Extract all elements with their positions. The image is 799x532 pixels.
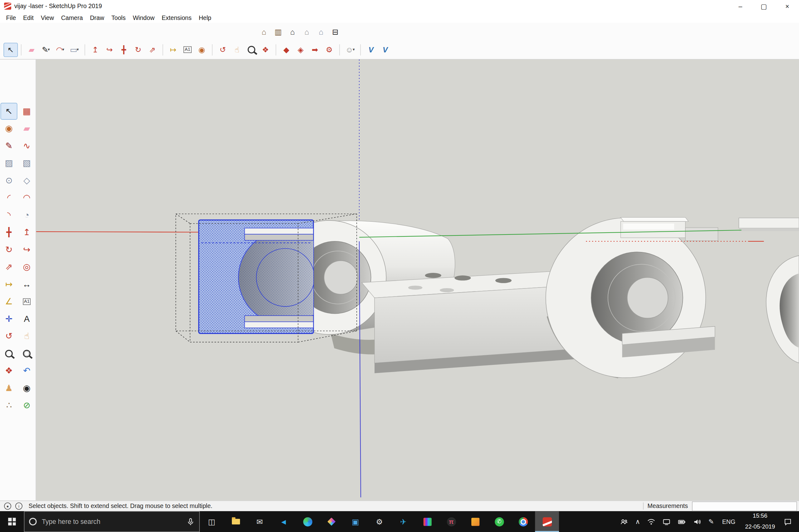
zoom-tool[interactable] [245, 43, 258, 56]
edge-taskbar-button[interactable] [295, 511, 320, 532]
pen-button[interactable]: ✎ [705, 511, 718, 532]
previous-view-tool[interactable]: ↶ [19, 363, 35, 379]
look-around-tool[interactable]: ◉ [19, 380, 35, 396]
menu-tools[interactable]: Tools [108, 13, 129, 22]
3d-text-tool[interactable]: A [19, 311, 35, 327]
push-pull-tool[interactable]: ↥ [19, 225, 35, 241]
scale-tool[interactable]: ⇗ [1, 259, 17, 275]
arcs-tool[interactable]: ◠▾ [53, 43, 67, 56]
zoom-extents-tool[interactable]: ❖ [259, 43, 272, 56]
vray-asset-editor-tool[interactable]: V [364, 43, 377, 56]
tape-measure-tool[interactable]: ↦ [1, 277, 17, 292]
settings-taskbar-button[interactable]: ⚙ [367, 511, 392, 532]
rotate-tool[interactable]: ↻ [1, 242, 17, 258]
line-tool[interactable]: ✎ [1, 138, 17, 154]
menu-view[interactable]: View [37, 13, 57, 22]
base-plate-part[interactable] [362, 270, 578, 373]
move-tool[interactable]: ╋ [117, 43, 130, 56]
model-info-tool[interactable]: ◆ [280, 43, 293, 56]
dimension-tool[interactable]: ↔ [19, 277, 35, 292]
sign-in-dropdown[interactable]: ▾ [353, 48, 355, 52]
rotate-tool[interactable]: ↻ [131, 43, 145, 56]
zoom-tool[interactable] [1, 346, 17, 362]
eraser-tool[interactable]: ▰ [25, 43, 38, 56]
shapes-tool[interactable]: ▭▾ [68, 43, 81, 56]
offset-tool[interactable]: ◎ [19, 259, 35, 275]
people-button[interactable] [616, 511, 632, 532]
menu-extensions[interactable]: Extensions [158, 13, 195, 22]
action-center-button[interactable] [780, 511, 796, 532]
microphone-icon[interactable] [187, 518, 195, 526]
menu-draw[interactable]: Draw [87, 13, 108, 22]
chrome-taskbar-button[interactable] [511, 511, 535, 532]
dimension-tool[interactable]: A1 [181, 43, 194, 56]
extension-manager-tool[interactable]: ⚙ [322, 43, 335, 56]
rectangle-tool[interactable]: ▨ [1, 155, 17, 171]
menu-file[interactable]: File [2, 13, 19, 22]
mail-taskbar-button[interactable]: ✉ [248, 511, 272, 532]
push-pull-tool[interactable]: ↥ [89, 43, 102, 56]
language-button[interactable]: ENG [718, 511, 740, 532]
select-tool[interactable]: ↖ [4, 43, 17, 56]
maximize-button[interactable]: ▢ [752, 0, 776, 12]
position-camera-tool[interactable]: ♟ [1, 380, 17, 396]
arc-tool[interactable]: ◜ [1, 190, 17, 206]
geolocation-icon[interactable]: ● [4, 502, 11, 510]
orbit-tool[interactable]: ↺ [216, 43, 229, 56]
move-tool[interactable]: ╋ [1, 225, 17, 241]
drawer-tool[interactable]: ⊟ [329, 25, 342, 38]
selected-component[interactable] [199, 220, 332, 334]
rotated-rectangle-tool[interactable]: ▧ [19, 155, 35, 171]
sign-in-tool[interactable]: ☺▾ [343, 43, 357, 56]
follow-me-tool[interactable]: ↪ [103, 43, 116, 56]
minimize-button[interactable]: – [729, 0, 752, 12]
close-button[interactable]: × [776, 0, 799, 12]
line-dropdown[interactable]: ▾ [48, 48, 50, 52]
menu-help[interactable]: Help [195, 13, 215, 22]
follow-me-tool[interactable]: ↪ [19, 242, 35, 258]
orbit-tool[interactable]: ↺ [1, 328, 17, 344]
sticky-notes-taskbar-button[interactable] [463, 511, 487, 532]
house-solid-tool[interactable]: ⌂ [286, 25, 299, 38]
eraser-tool[interactable]: ▰ [19, 121, 35, 137]
pi-app-taskbar-button[interactable]: π [439, 511, 463, 532]
vscode-taskbar-button[interactable]: ◄ [272, 511, 295, 532]
house-roof-tool[interactable]: ⌂ [300, 25, 313, 38]
groove-music-taskbar-button[interactable] [415, 511, 439, 532]
house-outline-tool[interactable]: ⌂ [314, 25, 327, 38]
select-tool[interactable]: ↖ [1, 103, 17, 119]
3d-warehouse-tool[interactable]: ⌂ [257, 25, 270, 38]
3d-viewer-taskbar-button[interactable]: ▣ [343, 511, 367, 532]
whatsapp-taskbar-button[interactable]: ✆ [487, 511, 511, 532]
menu-window[interactable]: Window [129, 13, 158, 22]
battery-button[interactable] [674, 511, 689, 532]
section-plane-tool[interactable]: ⊘ [19, 398, 35, 414]
axes-tool[interactable]: ✛ [1, 311, 17, 327]
paint-bucket-tool[interactable]: ◉ [195, 43, 208, 56]
walk-tool[interactable]: ∴ [1, 398, 17, 414]
polygon-tool[interactable]: ◇ [19, 172, 35, 188]
telegram-taskbar-button[interactable]: ✈ [392, 511, 415, 532]
volume-button[interactable] [689, 511, 705, 532]
start-button[interactable] [0, 511, 24, 532]
send-to-layout-tool[interactable]: ➡ [308, 43, 322, 56]
paint-3d-taskbar-button[interactable] [320, 511, 344, 532]
make-component-tool[interactable]: ▦ [19, 103, 35, 119]
zoom-extents-tool[interactable]: ❖ [1, 363, 17, 379]
protractor-tool[interactable]: ∠ [1, 294, 17, 310]
partial-part-right[interactable] [739, 218, 799, 363]
circle-tool[interactable]: ⊙ [1, 172, 17, 188]
measurements-input[interactable] [692, 501, 797, 511]
task-view-taskbar-button[interactable]: ◫ [200, 511, 224, 532]
tape-measure-tool[interactable]: ↦ [167, 43, 180, 56]
network-button[interactable] [643, 511, 659, 532]
pan-tool[interactable]: ☝ [230, 43, 243, 56]
component-box-tool[interactable]: ▥ [272, 25, 285, 38]
text-tool[interactable]: A1 [19, 294, 35, 310]
line-tool[interactable]: ✎▾ [39, 43, 52, 56]
taskbar-search[interactable] [24, 511, 200, 532]
info-icon[interactable]: i [15, 502, 22, 510]
menu-camera[interactable]: Camera [57, 13, 87, 22]
clock-button[interactable]: 15:56 22-05-2019 [740, 511, 780, 532]
tray-overflow-button[interactable]: ∧ [632, 511, 643, 532]
